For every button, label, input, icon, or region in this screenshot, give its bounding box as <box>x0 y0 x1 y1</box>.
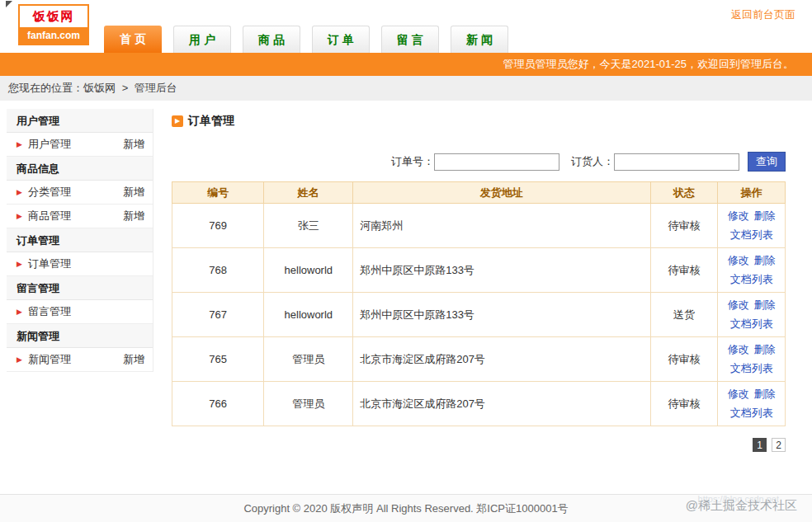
order-no-label: 订单号： <box>391 154 434 169</box>
column-header-name: 姓名 <box>264 182 353 204</box>
sidebar-item-label: 商品管理 <box>28 209 123 223</box>
tab-home[interactable]: 首 页 <box>104 26 162 53</box>
table-header-row: 编号 姓名 发货地址 状态 操作 <box>172 182 786 204</box>
address-cell: 郑州中原区中原路133号 <box>353 248 650 293</box>
breadcrumb-site-link[interactable]: 饭饭网 <box>83 82 116 94</box>
back-to-frontend-link[interactable]: 返回前台页面 <box>731 7 795 22</box>
arrow-bullet-icon: ▶ <box>17 261 22 268</box>
order-id-cell: 767 <box>172 293 264 337</box>
add-new-news-link[interactable]: 新增 <box>123 352 144 367</box>
page-title: 订单管理 <box>188 114 234 129</box>
table-row: 768 helloworld 郑州中原区中原路133号 待审核 修改 删除 文档… <box>172 248 786 293</box>
welcome-bar: 管理员管理员您好，今天是2021-01-25，欢迎回到管理后台。 <box>0 53 812 76</box>
customer-name-cell: 张三 <box>264 204 353 248</box>
watermark-community: @稀土掘金技术社区 <box>686 498 797 514</box>
doc-list-link[interactable]: 文档列表 <box>730 317 773 330</box>
customer-name-cell: helloworld <box>264 293 353 337</box>
sidebar-item-label: 新闻管理 <box>28 352 123 367</box>
add-new-category-link[interactable]: 新增 <box>123 185 144 200</box>
order-search-bar: 订单号： 订货人： 查询 <box>172 152 786 172</box>
doc-list-link[interactable]: 文档列表 <box>730 273 773 285</box>
doc-list-link[interactable]: 文档列表 <box>730 362 773 374</box>
sidebar-item-user-manage[interactable]: ▶ 用户管理 新增 <box>7 133 153 157</box>
breadcrumb-current: 管理后台 <box>135 82 177 94</box>
arrow-bullet-icon: ▶ <box>17 213 22 220</box>
sidebar-item-label: 订单管理 <box>28 256 144 271</box>
status-cell: 待审核 <box>650 382 718 426</box>
edit-link[interactable]: 修改 <box>728 388 749 400</box>
sidebar-section-order-management: 订单管理 <box>7 228 153 252</box>
address-cell: 郑州中原区中原路133号 <box>353 293 650 337</box>
customer-name-cell: 管理员 <box>264 337 353 382</box>
sidebar-item-product-manage[interactable]: ▶ 商品管理 新增 <box>7 205 153 228</box>
delete-link[interactable]: 删除 <box>753 299 775 311</box>
column-header-actions: 操作 <box>718 182 786 204</box>
address-cell: 北京市海淀区成府路207号 <box>353 382 650 426</box>
sidebar-section-news-management: 新闻管理 <box>7 324 153 348</box>
add-new-product-link[interactable]: 新增 <box>123 209 144 223</box>
breadcrumb-prefix: 您现在的位置： <box>8 82 83 94</box>
delete-link[interactable]: 删除 <box>753 254 775 266</box>
arrow-bullet-icon: ▶ <box>17 356 22 364</box>
arrow-bullet-icon: ▶ <box>17 189 22 196</box>
status-cell: 待审核 <box>650 204 718 248</box>
order-id-cell: 766 <box>172 382 264 426</box>
tab-news[interactable]: 新 闻 <box>451 26 508 53</box>
tab-products[interactable]: 商 品 <box>243 26 300 53</box>
content-area: 用户管理 ▶ 用户管理 新增 商品信息 ▶ 分类管理 新增 ▶ 商品管理 新增 … <box>0 101 812 495</box>
delete-link[interactable]: 删除 <box>753 388 775 400</box>
column-header-status: 状态 <box>650 182 718 204</box>
pagination: 1 2 <box>172 438 786 452</box>
sidebar-item-category-manage[interactable]: ▶ 分类管理 新增 <box>7 181 153 205</box>
edit-link[interactable]: 修改 <box>728 254 749 266</box>
status-cell: 待审核 <box>650 248 718 293</box>
doc-list-link[interactable]: 文档列表 <box>730 228 773 241</box>
logo-domain: fanfan.com <box>20 27 87 44</box>
tab-messages[interactable]: 留 言 <box>381 26 439 53</box>
edit-link[interactable]: 修改 <box>728 343 749 355</box>
edit-link[interactable]: 修改 <box>728 209 749 222</box>
status-cell: 待审核 <box>650 337 718 382</box>
arrow-bullet-icon: ▶ <box>17 308 22 316</box>
top-header: 饭饭网 fanfan.com 首 页 用 户 商 品 订 单 留 言 新 闻 返… <box>0 0 812 53</box>
orders-table: 编号 姓名 发货地址 状态 操作 769 张三 河南郑州 待审核 修改 删除 文… <box>172 181 786 426</box>
page-button-2[interactable]: 2 <box>772 438 786 452</box>
buyer-input[interactable] <box>614 153 739 171</box>
address-cell: 河南郑州 <box>353 204 650 248</box>
delete-link[interactable]: 删除 <box>753 209 775 222</box>
customer-name-cell: helloworld <box>264 248 353 293</box>
site-logo[interactable]: 饭饭网 fanfan.com <box>18 4 89 45</box>
page-button-1[interactable]: 1 <box>753 438 767 452</box>
order-id-cell: 765 <box>172 337 264 382</box>
sidebar-item-message-manage[interactable]: ▶ 留言管理 <box>7 300 153 324</box>
sidebar-section-product-info: 商品信息 <box>7 157 153 181</box>
sidebar-item-order-manage[interactable]: ▶ 订单管理 <box>7 252 153 276</box>
sidebar-item-news-manage[interactable]: ▶ 新闻管理 新增 <box>7 348 153 372</box>
delete-link[interactable]: 删除 <box>753 343 775 355</box>
table-row: 769 张三 河南郑州 待审核 修改 删除 文档列表 <box>172 204 786 248</box>
order-id-cell: 768 <box>172 248 264 293</box>
customer-name-cell: 管理员 <box>264 382 353 426</box>
sidebar-item-label: 留言管理 <box>28 304 144 319</box>
tab-orders[interactable]: 订 单 <box>312 26 370 53</box>
edit-link[interactable]: 修改 <box>728 299 749 311</box>
table-row: 766 管理员 北京市海淀区成府路207号 待审核 修改 删除 文档列表 <box>172 382 786 426</box>
search-button[interactable]: 查询 <box>748 152 786 172</box>
actions-cell: 修改 删除 文档列表 <box>718 293 786 337</box>
breadcrumb: 您现在的位置：饭饭网 > 管理后台 <box>0 76 812 101</box>
actions-cell: 修改 删除 文档列表 <box>718 337 786 382</box>
actions-cell: 修改 删除 文档列表 <box>718 248 786 293</box>
sidebar-section-message-management: 留言管理 <box>7 276 153 300</box>
tab-users[interactable]: 用 户 <box>173 26 231 53</box>
sidebar: 用户管理 ▶ 用户管理 新增 商品信息 ▶ 分类管理 新增 ▶ 商品管理 新增 … <box>7 109 153 372</box>
add-new-user-link[interactable]: 新增 <box>123 137 144 152</box>
page-title-row: ▶ 订单管理 <box>172 114 786 129</box>
arrow-bullet-icon: ▶ <box>17 141 22 148</box>
doc-list-link[interactable]: 文档列表 <box>730 407 773 419</box>
buyer-label: 订货人： <box>571 154 614 169</box>
corner-decoration <box>6 1 12 7</box>
order-no-input[interactable] <box>434 153 559 171</box>
column-header-address: 发货地址 <box>353 182 650 204</box>
main-navigation: 首 页 用 户 商 品 订 单 留 言 新 闻 <box>104 26 508 53</box>
column-header-id: 编号 <box>172 182 264 204</box>
